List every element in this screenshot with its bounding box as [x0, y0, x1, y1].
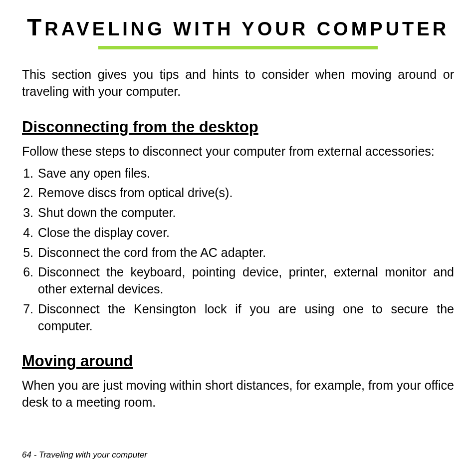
list-item: Disconnect the cord from the AC adapter. [37, 244, 454, 261]
title-underline [98, 46, 378, 49]
list-item: Close the display cover. [37, 225, 454, 241]
page-footer: 64 - Traveling with your computer [22, 450, 147, 460]
title-block: TRAVELING WITH YOUR COMPUTER [22, 15, 454, 49]
list-item: Shut down the computer. [37, 205, 454, 222]
page-title: TRAVELING WITH YOUR COMPUTER [27, 15, 449, 40]
page: TRAVELING WITH YOUR COMPUTER This sectio… [0, 0, 476, 476]
section-heading-disconnecting: Disconnecting from the desktop [22, 118, 454, 136]
list-item: Disconnect the keyboard, pointing device… [37, 264, 454, 298]
list-item: Disconnect the Kensington lock if you ar… [37, 301, 454, 335]
list-item: Remove discs from optical drive(s). [37, 185, 454, 202]
title-first-letter: T [27, 14, 44, 40]
intro-paragraph: This section gives you tips and hints to… [22, 66, 454, 100]
title-rest: RAVELING WITH YOUR COMPUTER [44, 18, 449, 39]
steps-list: Save any open files. Remove discs from o… [22, 165, 454, 335]
section-heading-moving-around: Moving around [22, 352, 454, 370]
list-item: Save any open files. [37, 165, 454, 182]
section2-lead: When you are just moving within short di… [22, 377, 454, 411]
section1-lead: Follow these steps to disconnect your co… [22, 143, 454, 160]
